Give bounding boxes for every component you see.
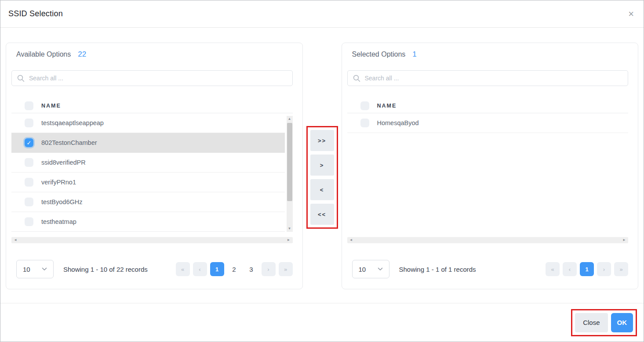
available-table-header: NAME — [11, 98, 293, 113]
page-size-value: 10 — [359, 266, 366, 273]
move-all-left-button[interactable]: << — [310, 204, 334, 225]
footer-buttons-annotation: Close OK — [571, 309, 637, 336]
modal-header: SSID Selection × — [0, 0, 644, 28]
move-all-right-button[interactable]: >> — [310, 130, 334, 151]
selected-options-header: Selected Options 1 — [347, 50, 629, 61]
row-label: testByod6GHz — [41, 198, 83, 205]
horizontal-scrollbar[interactable]: ◄ ► — [347, 237, 629, 243]
row-label: testheatmap — [41, 218, 76, 225]
next-page-button[interactable]: › — [262, 262, 276, 276]
available-search-input[interactable] — [29, 75, 287, 82]
chevron-down-icon — [42, 267, 47, 271]
modal-body: Available Options 22 NAME testsqaeaptlse… — [0, 28, 644, 303]
selected-options-count: 1 — [412, 50, 416, 59]
ok-button[interactable]: OK — [611, 313, 633, 332]
modal-footer: Close OK — [0, 303, 644, 342]
horizontal-scrollbar[interactable]: ◄ ► — [11, 237, 293, 243]
list-item[interactable]: testsqaeaptlseappeap — [11, 113, 285, 133]
page-button-1[interactable]: 1 — [580, 262, 594, 276]
row-label: 802TestonChamber — [41, 139, 97, 146]
list-item[interactable]: HomesqaByod — [347, 113, 629, 133]
list-item[interactable]: testheatmap — [11, 212, 285, 232]
page-buttons: « ‹ 1 › » — [546, 262, 628, 276]
scroll-right-icon[interactable]: ► — [621, 237, 627, 243]
page-size-select[interactable]: 10 — [352, 260, 389, 278]
select-all-checkbox[interactable] — [360, 101, 369, 110]
row-checkbox[interactable] — [360, 119, 369, 127]
list-item[interactable]: testByod6GHz — [11, 192, 285, 212]
page-button-2[interactable]: 2 — [227, 262, 241, 276]
available-options-header: Available Options 22 — [11, 50, 293, 61]
available-options-count: 22 — [78, 50, 86, 59]
search-icon — [17, 75, 25, 82]
scroll-down-icon[interactable]: ▼ — [287, 226, 293, 232]
selected-table-header: NAME — [347, 98, 629, 113]
scrollbar-thumb[interactable] — [287, 123, 292, 201]
available-options-panel: Available Options 22 NAME testsqaeaptlse… — [6, 43, 303, 289]
select-all-checkbox[interactable] — [25, 101, 33, 110]
scroll-up-icon[interactable]: ▲ — [287, 116, 293, 122]
showing-records-text: Showing 1 - 10 of 22 records — [63, 266, 148, 273]
first-page-button[interactable]: « — [176, 262, 190, 276]
available-options-label: Available Options — [16, 50, 71, 58]
page-size-select[interactable]: 10 — [16, 260, 54, 278]
last-page-button[interactable]: » — [614, 262, 628, 276]
row-checkbox[interactable] — [25, 158, 33, 167]
selected-pagination: 10 Showing 1 - 1 of 1 records « ‹ 1 › » — [347, 260, 629, 278]
last-page-button[interactable]: » — [279, 262, 293, 276]
row-label: ssid8verifiedPR — [41, 159, 86, 166]
row-checkbox[interactable] — [25, 198, 33, 206]
list-item[interactable]: verifyPRno1 — [11, 173, 285, 192]
available-search-box — [11, 70, 293, 86]
transfer-buttons-column: >> > < << — [303, 126, 342, 229]
selected-options-panel: Selected Options 1 NAME HomesqaByod ◄ ► — [342, 43, 639, 289]
prev-page-button[interactable]: ‹ — [563, 262, 577, 276]
move-right-button[interactable]: > — [310, 155, 334, 176]
check-icon: ✓ — [27, 140, 32, 146]
row-checkbox-checked[interactable]: ✓ — [25, 138, 33, 147]
first-page-button[interactable]: « — [546, 262, 560, 276]
scroll-right-icon[interactable]: ► — [286, 237, 292, 243]
page-button-3[interactable]: 3 — [244, 262, 258, 276]
showing-records-text: Showing 1 - 1 of 1 records — [399, 266, 476, 273]
page-buttons: « ‹ 1 2 3 › » — [176, 262, 293, 276]
search-icon — [353, 75, 360, 82]
page-size-value: 10 — [23, 266, 30, 273]
selected-options-label: Selected Options — [352, 50, 406, 58]
move-left-button[interactable]: < — [310, 179, 334, 200]
row-checkbox[interactable] — [25, 178, 33, 187]
selected-search-input[interactable] — [365, 75, 623, 82]
row-label: HomesqaByod — [377, 119, 419, 126]
scroll-left-icon[interactable]: ◄ — [12, 237, 18, 243]
selected-list: HomesqaByod — [347, 113, 629, 232]
prev-page-button[interactable]: ‹ — [193, 262, 207, 276]
list-item[interactable]: ✓ 802TestonChamber — [11, 133, 285, 153]
ssid-selection-modal: SSID Selection × Available Options 22 NA… — [0, 0, 644, 342]
page-button-1[interactable]: 1 — [210, 262, 224, 276]
list-item[interactable]: ssid8verifiedPR — [11, 153, 285, 173]
name-column-header: NAME — [41, 103, 61, 109]
next-page-button[interactable]: › — [597, 262, 611, 276]
row-checkbox[interactable] — [25, 119, 33, 127]
vertical-scrollbar[interactable]: ▲ ▼ — [287, 116, 293, 232]
chevron-down-icon — [378, 267, 383, 271]
close-icon[interactable]: × — [628, 9, 634, 19]
row-label: testsqaeaptlseappeap — [41, 119, 104, 126]
row-checkbox[interactable] — [25, 217, 33, 226]
transfer-buttons-annotation: >> > < << — [306, 126, 338, 229]
available-list: testsqaeaptlseappeap ✓ 802TestonChamber … — [11, 113, 293, 232]
close-button[interactable]: Close — [575, 313, 608, 332]
name-column-header: NAME — [377, 103, 397, 109]
selected-search-box — [347, 70, 629, 86]
scroll-left-icon[interactable]: ◄ — [348, 237, 354, 243]
available-pagination: 10 Showing 1 - 10 of 22 records « ‹ 1 2 … — [11, 260, 293, 278]
page-title: SSID Selection — [8, 9, 63, 18]
row-label: verifyPRno1 — [41, 179, 76, 186]
